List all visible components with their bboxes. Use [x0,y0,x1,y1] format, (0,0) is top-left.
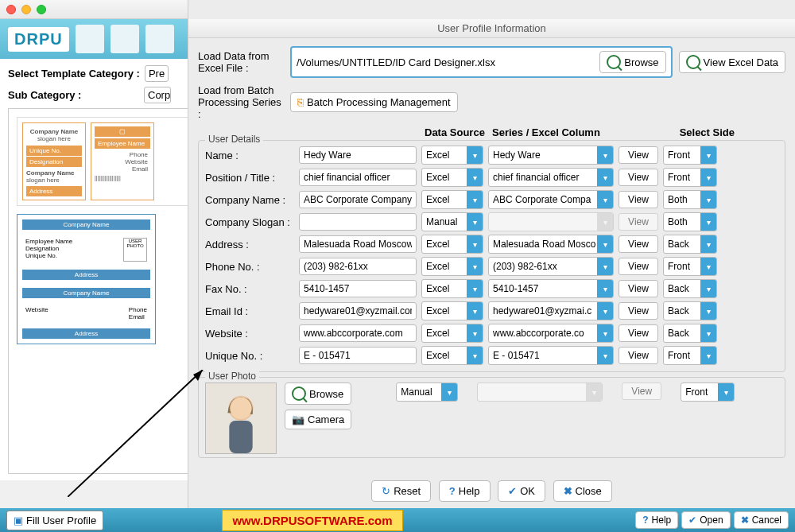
side-select[interactable]: Back▾ [663,279,717,298]
camera-button[interactable]: 📷Camera [285,410,351,429]
series-select[interactable]: chief financial officer▾ [488,168,614,187]
photo-side-select[interactable]: Front▾ [681,382,735,402]
series-select[interactable]: (203) 982-61xx▾ [488,257,614,276]
load-batch-label: Load from BatchProcessing Series : [198,84,284,120]
drpu-logo: DRPU [8,27,69,52]
bottom-help-button[interactable]: ?Help [635,511,678,529]
field-value-input[interactable] [299,213,417,231]
excel-path-input[interactable] [297,56,595,68]
field-value-input[interactable] [299,235,417,253]
series-select[interactable]: www.abccorporate.co▾ [488,324,614,343]
template-category-select[interactable]: Pre [145,65,169,82]
user-details-legend: User Details [205,134,263,145]
chevron-down-icon: ▾ [700,191,716,208]
batch-icon: ⎘ [297,96,304,108]
data-source-select[interactable]: Excel▾ [421,168,483,187]
field-value-input[interactable] [299,258,417,275]
series-select[interactable]: E - 015471▾ [488,346,614,365]
field-row: Phone No. :Excel▾(203) 982-61xx▾ViewFron… [205,257,778,276]
side-select[interactable]: Front▾ [663,168,717,187]
field-value-input[interactable] [299,191,417,208]
view-button[interactable]: View [619,146,658,164]
view-button[interactable]: View [619,347,658,364]
side-select[interactable]: Both▾ [663,190,717,209]
chevron-down-icon: ▾ [700,146,716,164]
series-select[interactable]: ABC Corporate Compa▾ [488,190,614,209]
chevron-down-icon: ▾ [700,235,716,253]
view-button[interactable]: View [619,258,658,275]
bottom-cancel-button[interactable]: ✖Cancel [734,511,789,529]
series-select[interactable]: hedyware01@xyzmai.c▾ [488,301,614,320]
reset-button[interactable]: ↻Reset [371,480,431,502]
view-button[interactable]: View [619,191,658,208]
sub-category-select[interactable]: Corp [144,87,171,103]
chevron-down-icon: ▾ [700,258,716,275]
bottom-open-button[interactable]: ✔Open [681,511,730,529]
side-select[interactable]: Back▾ [663,324,717,343]
browse-excel-button[interactable]: Browse [599,51,665,73]
batch-processing-button[interactable]: ⎘Batch Processing Management [290,92,458,112]
data-source-select[interactable]: Excel▾ [421,190,483,209]
field-value-input[interactable] [299,347,417,364]
series-select[interactable]: Hedy Ware▾ [488,146,614,165]
tpl2-info: Employee NameDesignationUnique No. [25,238,120,262]
chevron-down-icon: ▾ [467,324,483,342]
field-row: Address :Excel▾Malesuada Road Mosco▾View… [205,235,778,254]
data-source-select[interactable]: Manual▾ [421,212,483,231]
view-button[interactable]: View [619,324,658,342]
chevron-down-icon: ▾ [700,324,716,342]
side-select[interactable]: Front▾ [663,346,717,365]
field-row: Company Slogan :Manual▾▾ViewBoth▾ [205,212,778,231]
browse-photo-button[interactable]: Browse [285,382,351,405]
view-button[interactable]: View [619,302,658,320]
side-select[interactable]: Front▾ [663,146,717,165]
tpl2-address2-label: Address [22,328,150,339]
dialog-footer: ↻Reset ?Help ✔OK ✖Close [188,474,795,508]
fill-user-profile-button[interactable]: ▣Fill User Profile [6,511,103,530]
question-icon: ? [449,485,456,497]
field-value-input[interactable] [299,302,417,320]
photo-data-source-select[interactable]: Manual▾ [396,382,458,402]
side-select[interactable]: Back▾ [663,301,717,320]
series-select[interactable]: 5410-1457▾ [488,279,614,298]
tpl-address-label: Address [26,186,82,196]
field-value-input[interactable] [299,169,417,186]
chevron-down-icon: ▾ [597,302,613,320]
view-excel-button[interactable]: View Excel Data [679,51,785,73]
view-button[interactable]: View [619,169,658,186]
chevron-down-icon: ▾ [467,302,483,320]
field-value-input[interactable] [299,280,417,297]
field-value-input[interactable] [299,324,417,342]
ok-button[interactable]: ✔OK [498,480,545,502]
side-select[interactable]: Both▾ [663,212,717,231]
header-thumb-2 [111,25,139,53]
data-source-select[interactable]: Excel▾ [421,301,483,320]
view-button[interactable]: View [619,235,658,253]
data-source-select[interactable]: Excel▾ [421,257,483,276]
template-thumb-2[interactable]: Company Name Employee NameDesignationUni… [17,214,156,344]
series-select[interactable]: Malesuada Road Mosco▾ [488,235,614,254]
field-row: Unique No. :Excel▾E - 015471▾ViewFront▾ [205,346,778,365]
field-label: Fax No. : [205,283,294,295]
data-source-select[interactable]: Excel▾ [421,324,483,343]
field-value-input[interactable] [299,146,417,164]
svg-point-2 [230,398,251,419]
data-source-select[interactable]: Excel▾ [421,235,483,254]
x-icon: ✖ [564,485,572,497]
chevron-down-icon: ▾ [700,280,716,297]
data-source-select[interactable]: Excel▾ [421,346,483,365]
view-button[interactable]: View [619,280,658,297]
help-button[interactable]: ?Help [439,480,491,502]
side-select[interactable]: Back▾ [663,235,717,254]
user-photo-fieldset: User Photo Browse 📷Camera Manual▾ ▾ View… [198,377,785,458]
tpl-company-label: Company Nameslogan here [26,126,82,144]
field-label: Phone No. : [205,261,294,273]
close-button[interactable]: ✖Close [553,480,612,502]
field-label: Address : [205,239,294,250]
field-row: Position / Title :Excel▾chief financial … [205,168,778,187]
search-icon [607,55,621,69]
data-source-select[interactable]: Excel▾ [421,279,483,298]
side-select[interactable]: Front▾ [663,257,717,276]
data-source-select[interactable]: Excel▾ [421,146,483,165]
field-label: Company Name : [205,194,294,206]
